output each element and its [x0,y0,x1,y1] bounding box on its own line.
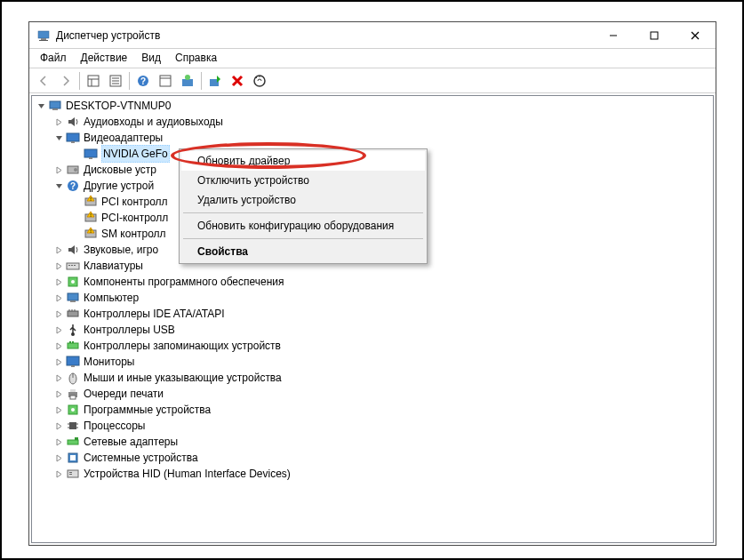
tree-node[interactable]: Контроллеры запоминающих устройств [32,338,713,354]
svg-text:?: ? [140,76,146,86]
tree-node[interactable]: Устройства HID (Human Interface Devices) [32,466,713,482]
context-menu-scan-hardware[interactable]: Обновить конфигурацию оборудования [181,216,425,236]
properties-button[interactable] [105,70,126,92]
svg-rect-59 [70,389,76,392]
tree-node[interactable]: Компьютер [32,290,713,306]
tree-node[interactable]: Мониторы [32,354,713,370]
svg-rect-4 [651,32,658,39]
close-button[interactable] [675,22,716,49]
software-icon [66,403,80,417]
minimize-button[interactable] [593,22,634,49]
update-driver-button[interactable] [177,70,198,92]
svg-rect-39 [68,265,70,266]
expander-icon[interactable] [53,340,64,351]
context-menu-disable-device[interactable]: Отключить устройство [181,171,425,190]
context-menu: Обновить драйвер Отключить устройство Уд… [179,148,428,264]
svg-rect-16 [160,76,171,86]
svg-rect-40 [71,265,73,266]
tree-node-label: Программные устройства [84,402,211,418]
expander-icon[interactable] [53,164,64,175]
scan-button-2[interactable] [155,70,176,92]
expander-icon[interactable] [53,388,64,399]
tree-node-label: Мониторы [84,354,134,370]
display-icon [84,147,98,161]
svg-rect-68 [68,440,78,444]
expander-icon [71,148,82,159]
expander-icon [71,196,82,207]
maximize-button[interactable] [634,22,675,49]
tree-node[interactable]: Очереди печати [32,386,713,402]
menu-file[interactable]: Файл [35,50,72,66]
tree-node[interactable]: DESKTOP-VTNMUP0 [32,98,713,114]
forward-button[interactable] [55,70,76,92]
expander-icon[interactable] [53,436,64,447]
tree-node-label: Клавиатуры [84,258,143,274]
tree-node[interactable]: Мыши и иные указывающие устройства [32,370,713,386]
expander-icon[interactable] [53,116,64,127]
expander-icon[interactable] [53,468,64,479]
tree-node[interactable]: Сетевые адаптеры [32,434,713,450]
expander-icon[interactable] [53,260,64,271]
expander-icon[interactable] [53,420,64,431]
menu-view[interactable]: Вид [136,50,166,66]
svg-rect-23 [52,108,58,110]
tree-node-label: PCI контролл [101,194,168,210]
computer-icon [66,291,80,305]
device-tree-panel: DESKTOP-VTNMUP0Аудиовходы и аудиовыходыВ… [31,95,714,543]
tree-node[interactable]: Компоненты программного обеспечения [32,274,713,290]
expander-icon[interactable] [36,100,46,111]
show-hide-tree-button[interactable] [83,70,104,92]
expander-icon[interactable] [53,132,64,143]
system-icon [66,451,80,465]
tree-node[interactable]: Аудиовходы и аудиовыходы [32,114,713,130]
expander-icon[interactable] [53,452,64,463]
svg-rect-69 [75,437,78,440]
tree-node-label: Контроллеры запоминающих устройств [84,338,281,354]
tree-node-label: Аудиовходы и аудиовыходы [84,114,223,130]
tree-node-label: Контроллеры IDE ATA/ATAPI [84,306,225,322]
tree-node-label: Другие устрой [84,178,154,194]
tree-node[interactable]: Видеоадаптеры [32,130,713,146]
computer-icon [48,99,62,113]
svg-rect-46 [68,311,78,316]
expander-icon[interactable] [53,324,64,335]
uninstall-button[interactable] [227,70,248,92]
usb-icon [66,323,80,337]
context-menu-update-driver[interactable]: Обновить драйвер [181,151,425,171]
tree-node-label: Компьютер [84,290,139,306]
context-menu-separator [183,238,423,239]
expander-icon[interactable] [53,308,64,319]
tree-node-label: Системные устройства [84,450,198,466]
svg-rect-71 [70,455,76,460]
svg-rect-22 [50,101,60,108]
back-button[interactable] [33,70,54,92]
expander-icon[interactable] [53,276,64,287]
tree-node[interactable]: Контроллеры USB [32,322,713,338]
mouse-icon [66,371,80,385]
svg-rect-44 [68,293,78,300]
svg-rect-25 [71,141,75,143]
svg-rect-1 [41,38,46,40]
tree-node[interactable]: Контроллеры IDE ATA/ATAPI [32,306,713,322]
expander-icon[interactable] [53,404,64,415]
svg-rect-63 [69,422,76,429]
menu-action[interactable]: Действие [76,50,133,66]
svg-rect-18 [182,79,193,86]
menu-help[interactable]: Справка [170,50,222,66]
expander-icon[interactable] [53,292,64,303]
enable-button[interactable] [204,70,226,92]
expander-icon [71,228,82,239]
expander-icon[interactable] [53,244,64,255]
tree-node[interactable]: Программные устройства [32,402,713,418]
tree-node[interactable]: Процессоры [32,418,713,434]
context-menu-properties[interactable]: Свойства [181,242,425,261]
context-menu-uninstall-device[interactable]: Удалить устройство [181,190,425,210]
expander-icon[interactable] [53,372,64,383]
display-icon [66,131,80,145]
help-button[interactable]: ? [132,70,154,92]
expander-icon[interactable] [53,356,64,367]
warning-icon: ! [84,227,98,241]
tree-node[interactable]: Системные устройства [32,450,713,466]
scan-hardware-button[interactable] [249,70,270,92]
expander-icon[interactable] [53,180,64,191]
